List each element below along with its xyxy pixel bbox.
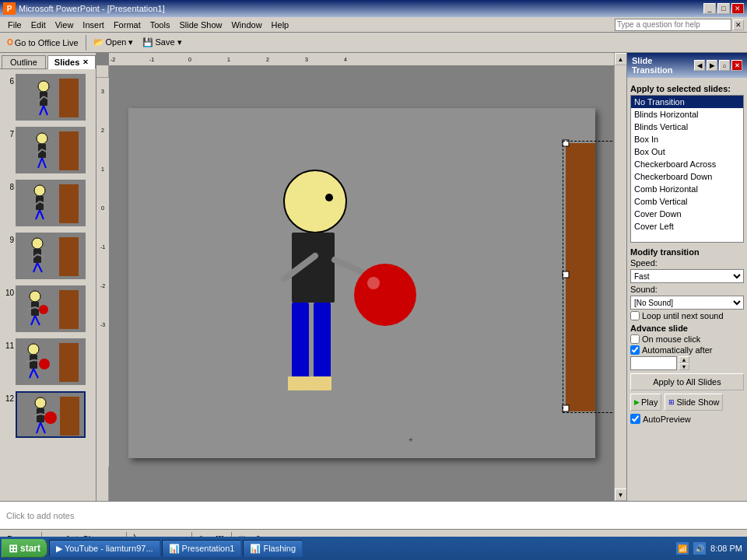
tab-outline[interactable]: Outline xyxy=(2,55,46,68)
close-button[interactable]: ✕ xyxy=(731,3,744,14)
slide-thumb-9[interactable]: 9 xyxy=(2,231,94,281)
menu-insert[interactable]: Insert xyxy=(78,19,109,30)
svg-point-10 xyxy=(37,133,47,144)
windows-icon: ⊞ xyxy=(9,542,18,555)
start-button[interactable]: ⊞ start xyxy=(2,539,47,558)
trans-item-box-in[interactable]: Box In xyxy=(631,133,743,145)
menu-help[interactable]: Help xyxy=(267,19,294,30)
minimize-button[interactable]: _ xyxy=(703,3,716,14)
transition-back-button[interactable]: ◀ xyxy=(694,60,705,71)
taskbar-flashing[interactable]: 📊 Flashing xyxy=(243,540,303,557)
mouse-click-checkbox[interactable] xyxy=(630,334,640,344)
apply-all-button[interactable]: Apply to All Slides xyxy=(630,373,744,390)
open-button[interactable]: 📂 Open ▾ xyxy=(89,34,138,51)
tab-slides[interactable]: Slides ✕ xyxy=(47,55,96,69)
tab-close-icon[interactable]: ✕ xyxy=(82,58,89,66)
horizontal-ruler: -2 -1 0 1 2 3 4 xyxy=(109,53,626,65)
slideshow-button[interactable]: ⊞ Slide Show xyxy=(665,394,723,411)
speed-label: Speed: xyxy=(630,258,658,268)
go-to-office-button[interactable]: O Go to Office Live xyxy=(3,34,82,51)
trans-item-box-out[interactable]: Box Out xyxy=(631,145,743,158)
menu-format[interactable]: Format xyxy=(109,19,146,30)
slides-panel[interactable]: 6 xyxy=(0,69,96,443)
slide-image-8[interactable] xyxy=(16,180,86,226)
slide-thumb-6[interactable]: 6 xyxy=(2,72,94,122)
slide-canvas-area[interactable]: + xyxy=(109,65,614,501)
slide-image-12[interactable] xyxy=(16,391,86,438)
trans-item-checker-down[interactable]: Checkerboard Down xyxy=(631,170,743,183)
taskbar-youtube[interactable]: ▶ YouTube - liamturn97... xyxy=(49,540,160,557)
trans-item-checker-across[interactable]: Checkerboard Across xyxy=(631,158,743,170)
svg-point-52 xyxy=(35,397,46,408)
trans-item-comb-h[interactable]: Comb Horizontal xyxy=(631,183,743,195)
maximize-button[interactable]: □ xyxy=(717,3,730,14)
slide-image-9[interactable] xyxy=(16,233,86,279)
scroll-up-button[interactable]: ▲ xyxy=(615,53,627,65)
transition-forward-button[interactable]: ▶ xyxy=(707,60,717,71)
notes-placeholder: Click to add notes xyxy=(6,511,74,520)
trans-item-cover-down[interactable]: Cover Down xyxy=(631,208,743,220)
taskbar-presentation[interactable]: 📊 Presentation1 xyxy=(162,540,242,557)
save-icon: 💾 xyxy=(142,37,153,47)
slide-image-6[interactable] xyxy=(16,74,86,121)
time-up-button[interactable]: ▲ xyxy=(679,356,689,363)
autopreview-checkbox[interactable] xyxy=(630,414,640,424)
menu-window[interactable]: Window xyxy=(226,19,266,30)
taskbar-right: 📶 🔊 8:08 PM xyxy=(676,542,745,555)
transition-close-button[interactable]: ✕ xyxy=(731,60,742,71)
transition-home-button[interactable]: ⌂ xyxy=(719,60,730,71)
menu-file[interactable]: File xyxy=(3,19,26,30)
transition-list[interactable]: No Transition Blinds Horizontal Blinds V… xyxy=(630,95,744,243)
loop-checkbox[interactable] xyxy=(630,311,640,320)
menu-tools[interactable]: Tools xyxy=(146,19,175,30)
taskbar-time: 8:08 PM xyxy=(710,544,742,553)
scroll-down-button[interactable]: ▼ xyxy=(615,488,627,501)
trans-item-blinds-v[interactable]: Blinds Vertical xyxy=(631,121,743,133)
play-button[interactable]: ▶ Play xyxy=(630,394,661,411)
autopreview-row: AutoPreview xyxy=(630,414,744,424)
trans-item-comb-v[interactable]: Comb Vertical xyxy=(631,195,743,208)
time-input[interactable]: 00:00:1 xyxy=(630,356,677,370)
svg-text:+: + xyxy=(409,436,413,444)
svg-text:3: 3 xyxy=(305,57,308,62)
titlebar: P Microsoft PowerPoint - [Presentation1]… xyxy=(0,0,747,17)
trans-item-cover-left[interactable]: Cover Left xyxy=(631,220,743,233)
slide-thumb-7[interactable]: 7 xyxy=(2,125,94,175)
svg-point-2 xyxy=(38,81,49,92)
autopreview-label: AutoPreview xyxy=(643,415,691,424)
slide-thumb-11[interactable]: 11 xyxy=(2,337,94,387)
save-button[interactable]: 💾 Save ▾ xyxy=(139,34,185,51)
sound-select[interactable]: [No Sound] xyxy=(630,296,744,310)
svg-rect-87 xyxy=(566,143,595,411)
help-search-input[interactable] xyxy=(615,19,731,31)
slide-thumb-10[interactable]: 10 xyxy=(2,284,94,334)
auto-after-checkbox[interactable] xyxy=(630,345,640,355)
svg-text:-3: -3 xyxy=(100,322,105,327)
menu-view[interactable]: View xyxy=(51,19,79,30)
taskbar: ⊞ start ▶ YouTube - liamturn97... 📊 Pres… xyxy=(0,537,747,560)
time-down-button[interactable]: ▼ xyxy=(679,363,689,370)
slide-image-7[interactable] xyxy=(16,127,86,173)
slide-canvas[interactable]: + xyxy=(128,108,595,458)
menu-edit[interactable]: Edit xyxy=(26,19,51,30)
trans-item-no-transition[interactable]: No Transition xyxy=(631,96,743,108)
svg-text:-1: -1 xyxy=(149,57,154,62)
slide-image-10[interactable] xyxy=(16,285,86,332)
svg-rect-17 xyxy=(59,184,79,223)
speed-select[interactable]: Fast Medium Slow xyxy=(630,269,744,283)
menu-slideshow[interactable]: Slide Show xyxy=(174,19,226,30)
slide-image-11[interactable] xyxy=(16,338,86,385)
trans-item-blinds-h[interactable]: Blinds Horizontal xyxy=(631,108,743,121)
advance-label: Advance slide xyxy=(630,324,744,333)
slide-thumb-8[interactable]: 8 xyxy=(2,178,94,228)
vertical-scrollbar[interactable]: ▲ ▼ xyxy=(614,53,626,501)
mouse-click-row: On mouse click xyxy=(630,334,744,344)
svg-line-46 xyxy=(33,360,40,361)
vertical-ruler: 3 2 1 0 -1 -2 -3 xyxy=(96,65,109,501)
svg-rect-42 xyxy=(59,343,79,382)
slide-thumb-12[interactable]: 12 xyxy=(2,390,94,439)
help-close-button[interactable]: ✕ xyxy=(733,19,744,30)
svg-point-56 xyxy=(44,411,57,424)
notes-area[interactable]: Click to add notes xyxy=(0,501,747,529)
youtube-icon: ▶ xyxy=(56,544,62,554)
